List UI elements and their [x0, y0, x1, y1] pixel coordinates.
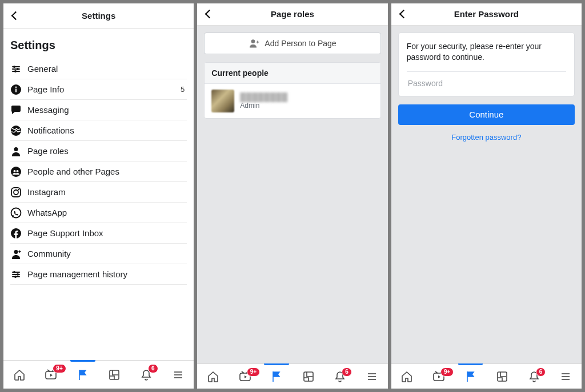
tab-bar: 9+6	[197, 363, 387, 389]
tab-home-icon	[400, 370, 414, 383]
settings-item-sliders[interactable]: Page management history	[10, 264, 187, 285]
info-icon	[10, 84, 27, 95]
screen-settings: Settings Settings GeneralPage Info5Messa…	[3, 3, 194, 389]
person-icon	[10, 146, 27, 157]
password-input[interactable]	[407, 71, 566, 89]
settings-item-label: Community	[27, 249, 187, 258]
back-button[interactable]	[9, 3, 26, 28]
tab-menu-icon	[559, 370, 572, 383]
tab-menu[interactable]	[550, 364, 582, 389]
header-title: Page roles	[271, 9, 314, 19]
whatsapp-icon	[10, 207, 27, 219]
person-role: Admin	[240, 102, 287, 110]
settings-item-label: People and other Pages	[27, 167, 187, 176]
settings-item-count: 5	[181, 85, 187, 94]
tab-menu-icon	[171, 368, 185, 382]
add-person-label: Add Person to Page	[265, 39, 336, 48]
add-person-icon	[249, 38, 260, 49]
settings-item-label: Notifications	[27, 126, 187, 135]
community-icon	[10, 248, 27, 260]
tab-home[interactable]	[391, 364, 423, 389]
current-people-header: Current people	[205, 63, 380, 84]
tab-bar: 9+6	[3, 360, 194, 389]
settings-item-sliders[interactable]: General	[10, 59, 187, 79]
current-people-card: Current people ████████ Admin	[204, 62, 380, 119]
tab-flag-icon	[464, 370, 478, 383]
tab-flag[interactable]	[455, 364, 487, 389]
tab-games[interactable]	[292, 364, 324, 389]
facebook-icon	[10, 228, 27, 239]
tab-games-icon	[107, 368, 121, 382]
tab-watch[interactable]: 9+	[35, 361, 67, 389]
tab-notifications[interactable]: 6	[518, 364, 550, 389]
chevron-left-icon	[205, 10, 214, 19]
tab-home-icon	[206, 370, 220, 383]
settings-item-community[interactable]: Community	[10, 244, 187, 264]
settings-item-chat[interactable]: Messaging	[10, 100, 187, 120]
back-button[interactable]	[397, 3, 414, 25]
screen-enter-password: Enter Password For your security, please…	[391, 3, 582, 389]
tab-home-icon	[13, 368, 26, 382]
tab-flag[interactable]	[261, 364, 292, 389]
people-icon	[10, 166, 27, 177]
badge: 6	[148, 364, 158, 373]
instagram-icon	[10, 187, 27, 198]
tab-bar: 9+6	[391, 363, 582, 389]
forgotten-password-link[interactable]: Forgotten password?	[398, 133, 575, 142]
chat-icon	[10, 104, 27, 116]
header: Enter Password	[391, 3, 582, 26]
tab-home[interactable]	[197, 364, 229, 389]
tab-menu[interactable]	[356, 364, 388, 389]
section-title: Settings	[10, 29, 187, 59]
settings-item-label: Page Support Inbox	[27, 228, 187, 238]
tab-notifications[interactable]: 6	[324, 364, 356, 389]
tab-games[interactable]	[99, 361, 131, 389]
sliders-icon	[10, 63, 27, 75]
tab-watch[interactable]: 9+	[423, 364, 455, 389]
settings-item-label: WhatsApp	[27, 208, 187, 217]
badge: 9+	[440, 367, 454, 377]
tab-menu[interactable]	[162, 361, 194, 389]
header-title: Enter Password	[454, 9, 519, 19]
header-title: Settings	[82, 11, 115, 21]
settings-item-label: Page roles	[27, 146, 187, 156]
settings-item-label: General	[27, 64, 187, 74]
settings-item-globe[interactable]: Notifications	[10, 120, 187, 141]
tab-games[interactable]	[486, 364, 518, 389]
tab-watch[interactable]: 9+	[229, 364, 261, 389]
tab-home[interactable]	[3, 361, 35, 389]
tab-notifications[interactable]: 6	[130, 361, 162, 389]
person-name: ████████	[240, 92, 287, 102]
password-body: For your security, please re-enter your …	[391, 26, 582, 364]
sliders-icon	[10, 269, 27, 280]
settings-item-label: Messaging	[27, 105, 187, 115]
tab-flag[interactable]	[67, 361, 99, 389]
badge: 9+	[53, 364, 66, 373]
continue-button[interactable]: Continue	[398, 104, 575, 125]
back-button[interactable]	[203, 3, 220, 25]
security-message: For your security, please re-enter your …	[407, 41, 566, 63]
badge: 6	[342, 367, 352, 377]
settings-item-label: Instagram	[27, 187, 187, 197]
settings-item-instagram[interactable]: Instagram	[10, 182, 187, 203]
avatar	[211, 90, 234, 112]
page-roles-body: Add Person to Page Current people ██████…	[197, 26, 387, 364]
chevron-left-icon	[399, 10, 408, 19]
badge: 6	[536, 367, 546, 377]
settings-item-info[interactable]: Page Info5	[10, 79, 187, 100]
add-person-button[interactable]: Add Person to Page	[204, 33, 380, 54]
screen-page-roles: Page roles Add Person to Page Current pe…	[197, 3, 387, 389]
tab-menu-icon	[365, 370, 379, 383]
settings-item-facebook[interactable]: Page Support Inbox	[10, 223, 187, 244]
settings-item-people[interactable]: People and other Pages	[10, 161, 187, 182]
person-row[interactable]: ████████ Admin	[205, 84, 380, 118]
tab-flag-icon	[76, 368, 90, 382]
globe-icon	[10, 125, 27, 136]
settings-item-label: Page Info	[27, 84, 181, 94]
settings-item-label: Page management history	[27, 269, 187, 279]
tab-games-icon	[302, 370, 315, 383]
settings-item-person[interactable]: Page roles	[10, 141, 187, 161]
header: Page roles	[197, 3, 387, 26]
settings-item-whatsapp[interactable]: WhatsApp	[10, 203, 187, 223]
password-card: For your security, please re-enter your …	[398, 33, 575, 96]
